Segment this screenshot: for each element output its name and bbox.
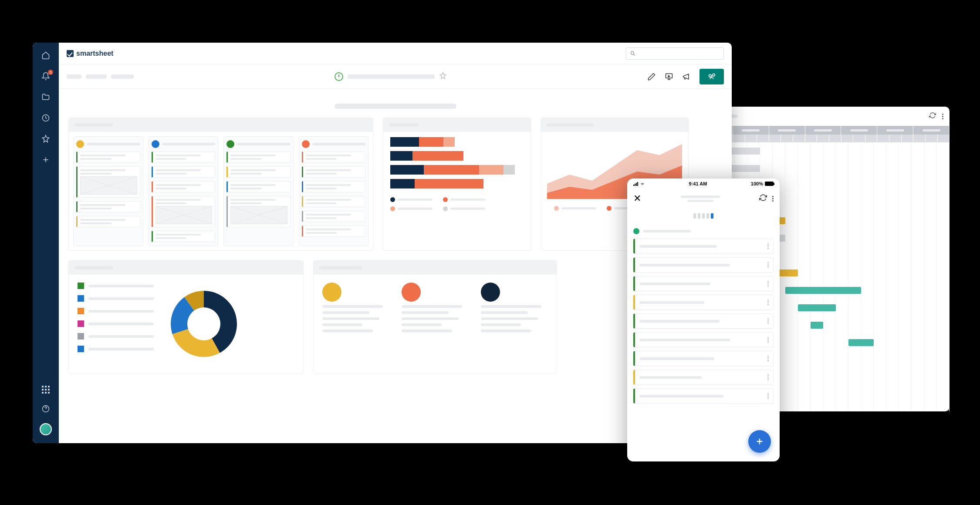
kanban-column[interactable] (299, 136, 369, 246)
kanban-card[interactable] (302, 152, 366, 163)
refresh-icon[interactable] (929, 112, 936, 121)
favorites-icon[interactable] (41, 134, 51, 144)
legend-list-item[interactable] (78, 283, 154, 289)
list-item[interactable] (633, 370, 774, 385)
notification-badge: 3 (48, 70, 53, 75)
item-menu-icon[interactable] (767, 393, 769, 399)
home-icon[interactable] (41, 50, 51, 60)
recent-icon[interactable] (41, 113, 51, 123)
list-item[interactable] (633, 313, 774, 329)
avatar (481, 283, 500, 302)
list-item[interactable] (633, 351, 774, 366)
item-menu-icon[interactable] (767, 300, 769, 305)
legend-item (390, 197, 433, 202)
legend-item (554, 206, 596, 211)
kanban-card[interactable] (152, 166, 216, 178)
list-item[interactable] (633, 332, 774, 347)
kanban-card[interactable] (152, 181, 216, 192)
item-menu-icon[interactable] (767, 374, 769, 380)
kanban-card[interactable] (152, 152, 216, 163)
notifications-icon[interactable]: 3 (41, 71, 51, 81)
kanban-card[interactable] (302, 196, 366, 207)
refresh-icon[interactable] (759, 194, 767, 203)
share-button[interactable] (700, 69, 724, 84)
list-item[interactable] (633, 388, 774, 404)
person-card[interactable] (322, 283, 389, 332)
gantt-bar[interactable] (811, 322, 823, 329)
list-item[interactable] (633, 276, 774, 291)
kanban-column[interactable] (223, 136, 294, 246)
kanban-card[interactable] (76, 216, 140, 227)
person-card[interactable] (402, 283, 469, 332)
folder-icon[interactable] (41, 92, 51, 102)
user-avatar[interactable] (40, 423, 52, 435)
item-menu-icon[interactable] (767, 337, 769, 343)
kanban-card[interactable] (76, 152, 140, 163)
fab-add-button[interactable] (748, 430, 771, 453)
legend-list-item[interactable] (78, 320, 154, 327)
kanban-card[interactable] (152, 231, 216, 242)
breadcrumb[interactable] (111, 74, 134, 79)
breadcrumb[interactable] (67, 74, 81, 79)
brand-name: smartsheet (76, 50, 113, 57)
kanban-widget (68, 118, 373, 251)
status-time: 9:41 AM (689, 181, 707, 186)
svg-point-5 (713, 74, 715, 76)
kanban-card[interactable] (226, 181, 291, 192)
item-menu-icon[interactable] (767, 356, 769, 361)
kanban-card[interactable] (76, 201, 140, 212)
kanban-card[interactable] (302, 211, 366, 222)
list-item[interactable] (633, 295, 774, 310)
kanban-card[interactable] (226, 166, 291, 178)
more-icon[interactable] (772, 196, 774, 202)
legend-list-item[interactable] (78, 346, 154, 352)
gantt-bar[interactable] (848, 339, 874, 346)
mobile-statusbar: 9:41 AM 100% (627, 178, 780, 189)
mobile-progress (627, 208, 780, 224)
kanban-card[interactable] (76, 166, 140, 198)
filter-dot-icon (633, 228, 639, 234)
clock-icon (335, 72, 343, 81)
search-input[interactable] (626, 47, 724, 60)
gantt-bar[interactable] (785, 287, 861, 294)
person-card[interactable] (481, 283, 548, 332)
gantt-bar[interactable] (798, 304, 836, 311)
item-menu-icon[interactable] (767, 243, 769, 249)
kanban-card[interactable] (302, 181, 366, 192)
logo[interactable]: smartsheet (67, 50, 113, 57)
close-icon[interactable]: ✕ (633, 193, 641, 204)
kanban-card[interactable] (226, 196, 291, 227)
announce-icon[interactable] (682, 72, 691, 81)
legend-list-item[interactable] (78, 333, 154, 340)
mobile-list[interactable] (627, 239, 780, 461)
list-item[interactable] (633, 239, 774, 254)
breadcrumb[interactable] (86, 74, 107, 79)
mobile-filter[interactable] (627, 224, 780, 239)
status-battery: 100% (751, 181, 763, 186)
apps-icon[interactable] (41, 385, 51, 394)
item-menu-icon[interactable] (767, 281, 769, 286)
more-icon[interactable] (942, 114, 943, 119)
page-title (348, 74, 435, 79)
add-icon[interactable] (41, 155, 51, 165)
legend-list-item[interactable] (78, 308, 154, 314)
kanban-card[interactable] (302, 226, 366, 237)
item-menu-icon[interactable] (767, 318, 769, 324)
bar-row (390, 179, 524, 189)
kanban-card[interactable] (302, 166, 366, 178)
kanban-card[interactable] (152, 196, 216, 227)
list-item[interactable] (633, 257, 774, 273)
kanban-card[interactable] (226, 152, 291, 163)
legend-list-item[interactable] (78, 295, 154, 302)
signal-icon (633, 182, 638, 186)
battery-icon (765, 182, 774, 186)
edit-icon[interactable] (647, 72, 656, 81)
present-icon[interactable] (665, 72, 673, 81)
kanban-column[interactable] (73, 136, 143, 246)
star-icon[interactable] (439, 72, 447, 81)
kanban-column[interactable] (149, 136, 219, 246)
help-icon[interactable] (41, 404, 51, 414)
avatar (322, 283, 341, 302)
item-menu-icon[interactable] (767, 262, 769, 268)
logo-mark-icon (67, 50, 74, 57)
